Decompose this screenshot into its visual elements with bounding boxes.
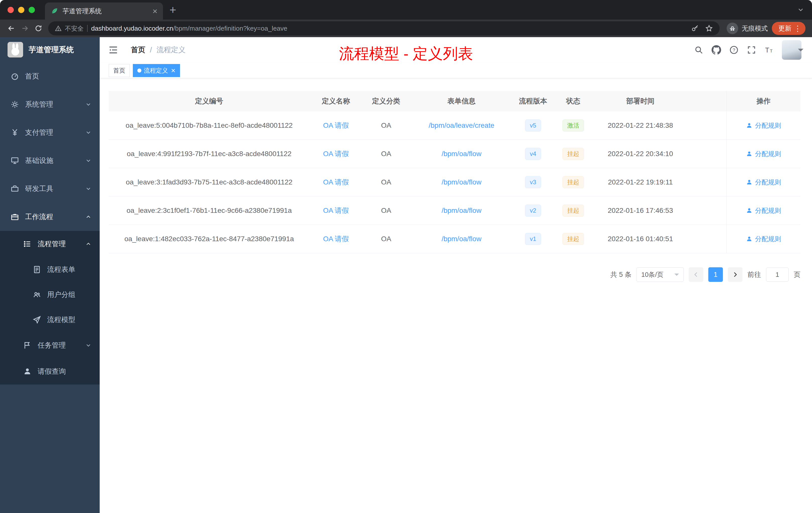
sidebar-item-process-management[interactable]: 流程管理 bbox=[0, 231, 100, 257]
assign-rule-label: 分配规则 bbox=[755, 206, 781, 215]
row-spacer bbox=[688, 112, 726, 140]
definition-name-link[interactable]: OA 请假 bbox=[323, 234, 349, 244]
assign-rule-button[interactable]: 分配规则 bbox=[746, 235, 781, 243]
help-icon[interactable]: ? bbox=[729, 45, 739, 55]
breadcrumb-separator: / bbox=[150, 46, 152, 54]
zoom-window-button[interactable] bbox=[29, 7, 35, 13]
browser-tab[interactable]: 芋道管理系统 × bbox=[45, 2, 163, 20]
tag-close-icon[interactable]: × bbox=[171, 67, 175, 74]
update-label: 更新 bbox=[778, 24, 791, 33]
font-size-icon[interactable]: TT bbox=[764, 45, 774, 55]
url-domain: dashboard.yudao.iocoder.cn bbox=[91, 25, 173, 32]
warning-triangle-icon bbox=[55, 25, 62, 32]
assign-rule-button[interactable]: 分配规则 bbox=[746, 150, 781, 158]
form-info-link[interactable]: /bpm/oa/flow bbox=[442, 178, 482, 186]
avatar-caret-down-icon[interactable] bbox=[798, 49, 804, 54]
sidebar: 芋道管理系统 首页 系统管理 支付管理 基础设施 研发工具 工作流 bbox=[0, 37, 100, 513]
security-chip[interactable]: 不安全 bbox=[55, 24, 84, 33]
minimize-window-button[interactable] bbox=[18, 7, 24, 13]
sidebar-item-label: 流程表单 bbox=[47, 265, 75, 274]
browser-toolbar: 不安全 dashboard.yudao.iocoder.cn/bpm/manag… bbox=[0, 20, 812, 37]
deploy-time-cell: 2022-01-22 20:34:10 bbox=[593, 140, 688, 168]
tab-search-chevron-icon[interactable] bbox=[797, 6, 805, 13]
sidebar-item-task-management[interactable]: 任务管理 bbox=[0, 332, 100, 358]
hamburger-icon[interactable] bbox=[108, 45, 118, 55]
github-icon[interactable] bbox=[712, 45, 721, 55]
definition-name-link[interactable]: OA 请假 bbox=[323, 206, 349, 215]
fullscreen-icon[interactable] bbox=[747, 45, 756, 55]
tab-close-icon[interactable]: × bbox=[152, 7, 157, 15]
paper-plane-icon bbox=[33, 315, 41, 324]
person-icon bbox=[746, 236, 753, 242]
sidebar-item-payment[interactable]: 支付管理 bbox=[0, 118, 100, 147]
browser-menu-dots-icon[interactable]: ⋮ bbox=[794, 24, 802, 33]
browser-chrome: 芋道管理系统 × + 不安全 dashboard.yudao.iocoder.c… bbox=[0, 0, 812, 37]
deploy-time-cell: 2022-01-16 17:46:53 bbox=[593, 197, 688, 224]
url-path: /bpm/manager/definition?key=oa_leave bbox=[173, 25, 288, 32]
chevron-up-icon bbox=[85, 241, 92, 247]
sidebar-item-label: 基础设施 bbox=[25, 156, 53, 165]
sidebar-item-label: 请假查询 bbox=[38, 367, 66, 376]
goto-page-input[interactable] bbox=[766, 268, 789, 281]
list-icon bbox=[23, 240, 32, 248]
chevron-down-icon bbox=[85, 101, 92, 108]
new-tab-button[interactable]: + bbox=[170, 4, 176, 16]
tag-home[interactable]: 首页 bbox=[109, 64, 130, 77]
form-info-link[interactable]: /bpm/oa/flow bbox=[442, 235, 482, 243]
sidebar-logo[interactable]: 芋道管理系统 bbox=[0, 37, 100, 62]
sidebar-item-workflow[interactable]: 工作流程 bbox=[0, 203, 100, 231]
toolbox-icon bbox=[10, 184, 19, 193]
definition-table: 定义编号 定义名称 定义分类 表单信息 流程版本 状态 部署时间 操作 oa_l… bbox=[109, 91, 801, 253]
next-page-button[interactable] bbox=[728, 267, 743, 282]
page-number-button[interactable]: 1 bbox=[708, 267, 723, 282]
sidebar-item-label: 支付管理 bbox=[25, 128, 53, 137]
dashboard-icon bbox=[10, 72, 19, 81]
row-spacer bbox=[688, 168, 726, 196]
sidebar-item-home[interactable]: 首页 bbox=[0, 62, 100, 90]
column-header: 定义分类 bbox=[362, 91, 410, 112]
sidebar-item-leave-query[interactable]: 请假查询 bbox=[0, 358, 100, 385]
close-window-button[interactable] bbox=[7, 7, 14, 13]
assign-rule-button[interactable]: 分配规则 bbox=[746, 178, 781, 187]
column-header: 流程版本 bbox=[513, 91, 553, 112]
bookmark-star-icon[interactable] bbox=[705, 24, 713, 32]
sidebar-item-process-model[interactable]: 流程模型 bbox=[0, 307, 100, 332]
definition-name-link[interactable]: OA 请假 bbox=[323, 121, 349, 130]
table-body: oa_leave:5:004b710b-7b8a-11ec-8ef0-acde4… bbox=[109, 112, 801, 253]
page-size-select[interactable]: 10条/页 bbox=[637, 267, 684, 282]
form-info-link[interactable]: /bpm/oa/leave/create bbox=[429, 121, 494, 129]
reload-button[interactable] bbox=[32, 22, 45, 35]
form-info-link[interactable]: /bpm/oa/flow bbox=[442, 150, 482, 158]
definition-name-link[interactable]: OA 请假 bbox=[323, 149, 349, 159]
back-button[interactable] bbox=[4, 22, 18, 35]
form-info-link[interactable]: /bpm/oa/flow bbox=[442, 207, 482, 215]
sidebar-item-user-group[interactable]: 用户分组 bbox=[0, 282, 100, 307]
definition-name-link[interactable]: OA 请假 bbox=[323, 177, 349, 187]
sidebar-item-system[interactable]: 系统管理 bbox=[0, 90, 100, 118]
assign-rule-button[interactable]: 分配规则 bbox=[746, 121, 781, 130]
url-text[interactable]: dashboard.yudao.iocoder.cn/bpm/manager/d… bbox=[91, 25, 688, 32]
status-badge: 挂起 bbox=[562, 176, 584, 188]
breadcrumb-home[interactable]: 首页 bbox=[131, 45, 145, 55]
assign-rule-button[interactable]: 分配规则 bbox=[746, 206, 781, 215]
tag-process-definition[interactable]: 流程定义 × bbox=[133, 64, 180, 77]
sidebar-item-process-form[interactable]: 流程表单 bbox=[0, 257, 100, 282]
select-caret-down-icon bbox=[674, 274, 679, 278]
sidebar-item-infrastructure[interactable]: 基础设施 bbox=[0, 147, 100, 175]
deploy-time-cell: 2022-01-22 19:19:11 bbox=[593, 168, 688, 196]
assign-rule-label: 分配规则 bbox=[755, 150, 781, 158]
page-content: 定义编号 定义名称 定义分类 表单信息 流程版本 状态 部署时间 操作 oa_l… bbox=[100, 78, 812, 513]
table-row: oa_leave:5:004b710b-7b8a-11ec-8ef0-acde4… bbox=[109, 112, 801, 140]
definition-category-cell: OA bbox=[362, 112, 410, 140]
prev-page-button[interactable] bbox=[689, 267, 703, 282]
search-icon[interactable] bbox=[694, 45, 703, 55]
deploy-time-cell: 2022-01-22 21:48:38 bbox=[593, 112, 688, 140]
address-bar[interactable]: 不安全 dashboard.yudao.iocoder.cn/bpm/manag… bbox=[48, 21, 720, 35]
sidebar-item-devtools[interactable]: 研发工具 bbox=[0, 175, 100, 203]
password-key-icon[interactable] bbox=[691, 24, 699, 32]
update-browser-button[interactable]: 更新 ⋮ bbox=[772, 22, 806, 35]
goto-label: 前往 bbox=[748, 270, 761, 279]
forward-button[interactable] bbox=[18, 22, 32, 35]
table-row: oa_leave:4:991f2193-7b7f-11ec-a3c8-acde4… bbox=[109, 140, 801, 168]
window-controls bbox=[0, 7, 42, 13]
